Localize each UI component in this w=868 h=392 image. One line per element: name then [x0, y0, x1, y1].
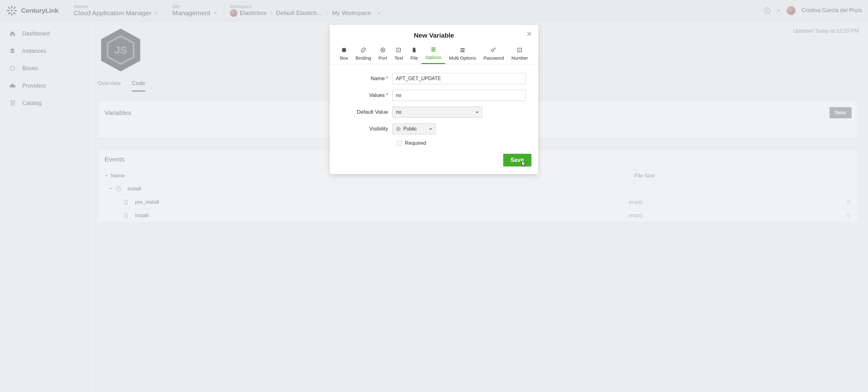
required-checkbox[interactable] — [397, 141, 402, 146]
type-tab-label: Binding — [355, 55, 371, 61]
type-tab-text[interactable]: T Text — [391, 42, 407, 64]
type-tab-label: Text — [395, 55, 403, 61]
type-tab-options[interactable]: Options — [422, 42, 445, 64]
default-value-selected: no — [396, 109, 401, 115]
visibility-selected: Public — [403, 126, 417, 132]
svg-rect-23 — [460, 50, 464, 51]
svg-rect-21 — [431, 51, 435, 52]
port-icon — [380, 47, 386, 53]
type-tab-port[interactable]: Port — [375, 42, 391, 64]
caret-down-icon — [429, 127, 432, 131]
type-tab-label: File — [410, 55, 418, 61]
svg-point-16 — [382, 49, 383, 51]
type-tab-label: Port — [378, 55, 387, 61]
type-tab-file[interactable]: File — [407, 42, 422, 64]
type-tab-box[interactable]: Box — [336, 42, 352, 64]
type-tab-label: Password — [484, 55, 504, 61]
values-input[interactable] — [393, 90, 526, 101]
svg-point-25 — [492, 49, 494, 52]
default-value-field-label: Default Value — [342, 109, 393, 115]
type-tab-label: Box — [340, 55, 348, 61]
caret-down-icon — [475, 110, 479, 114]
svg-text:#: # — [519, 49, 521, 52]
type-tab-number[interactable]: # Number — [507, 42, 531, 64]
multi-options-icon — [459, 47, 466, 53]
key-icon — [491, 47, 497, 53]
options-icon — [430, 46, 436, 53]
number-icon: # — [517, 47, 522, 53]
modal-overlay: New Variable Box Binding Port — [0, 0, 868, 392]
svg-rect-19 — [431, 48, 435, 49]
default-value-select[interactable]: no — [393, 107, 483, 118]
box-icon — [341, 47, 347, 53]
type-tab-label: Number — [511, 55, 528, 61]
globe-icon — [396, 127, 401, 131]
close-icon[interactable] — [526, 31, 532, 37]
svg-rect-24 — [460, 51, 464, 52]
type-tab-binding[interactable]: Binding — [352, 42, 375, 64]
variable-type-tabs: Box Binding Port T Text File — [330, 42, 538, 64]
visibility-select[interactable]: Public — [393, 123, 436, 135]
type-tab-multi-options[interactable]: Multi Options — [445, 42, 480, 64]
type-tab-label: Options — [425, 55, 441, 60]
visibility-field-label: Visibility — [342, 126, 393, 132]
modal-title: New Variable — [336, 32, 532, 39]
values-field-label: Values* — [342, 92, 393, 99]
svg-text:T: T — [398, 49, 400, 52]
name-input[interactable] — [393, 73, 526, 84]
text-icon: T — [396, 47, 401, 53]
required-label: Required — [405, 140, 426, 146]
svg-rect-22 — [460, 48, 464, 49]
type-tab-label: Multi Options — [449, 55, 476, 61]
new-variable-modal: New Variable Box Binding Port — [330, 25, 538, 174]
save-button[interactable]: Save — [503, 154, 531, 167]
file-icon — [411, 47, 417, 53]
name-field-label: Name* — [342, 76, 393, 82]
link-icon — [360, 47, 366, 53]
svg-rect-20 — [431, 49, 435, 50]
type-tab-password[interactable]: Password — [480, 42, 508, 64]
